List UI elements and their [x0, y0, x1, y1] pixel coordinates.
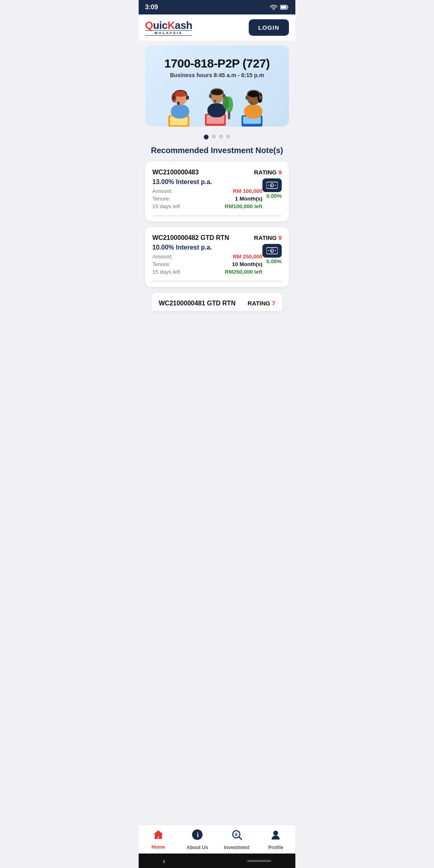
carousel-dots	[139, 130, 295, 143]
card-header-2: WC2100000482 GTD RTN RATING 9	[152, 234, 282, 242]
banner-hours: Business hours 8:45 a.m - 6:15 p.m	[153, 72, 281, 78]
logo-text: QuicKash	[145, 19, 192, 32]
card-rating-3: RATING 7	[248, 300, 275, 307]
nav-home[interactable]: Home	[144, 829, 172, 850]
card-interest-2: 10.00% Interest p.a.	[152, 244, 262, 251]
battery-icon	[280, 5, 289, 10]
investment-card-3-partial[interactable]: WC2100000481 GTD RTN RATING 7	[151, 293, 283, 311]
status-time: 3:09	[145, 4, 158, 11]
svg-rect-19	[214, 100, 216, 103]
partial-card-container: WC2100000481 GTD RTN RATING 7	[139, 287, 295, 311]
profile-icon	[270, 829, 281, 843]
login-button[interactable]: LOGIN	[249, 19, 289, 36]
card-header-1: WC2100000483 RATING 9	[152, 169, 282, 176]
svg-rect-10	[186, 96, 189, 100]
nav-investment[interactable]: $ Investment	[223, 829, 251, 850]
svg-text:$: $	[271, 184, 272, 188]
card-rating-1: RATING 9	[254, 169, 282, 176]
nav-home-label: Home	[151, 844, 165, 850]
agent-3-icon	[237, 86, 271, 127]
card-id-3: WC2100000481 GTD RTN	[159, 300, 235, 307]
banner-section: 1700-818-P2P (727) Business hours 8:45 a…	[139, 41, 295, 130]
svg-rect-5	[171, 104, 189, 119]
svg-rect-2	[281, 6, 287, 9]
agent-2-icon	[200, 82, 234, 127]
svg-rect-11	[177, 102, 180, 105]
card-id-2: WC2100000482 GTD RTN	[152, 234, 229, 242]
home-icon	[153, 829, 164, 843]
card-amount-row-2: Amount: RM 250,000	[152, 254, 262, 260]
wifi-icon	[270, 4, 278, 10]
dot-1[interactable]	[204, 135, 209, 139]
svg-text:i: i	[197, 831, 199, 838]
money-icon-2[interactable]: $	[262, 244, 282, 258]
card-interest-1: 13.00% Interest p.a.	[152, 178, 262, 186]
card-id-1: WC2100000483	[152, 169, 199, 176]
svg-point-0	[273, 9, 274, 10]
status-icons	[270, 4, 289, 10]
investment-card-1[interactable]: WC2100000483 RATING 9 13.00% Interest p.…	[145, 162, 289, 221]
svg-text:$: $	[235, 833, 237, 837]
svg-rect-29	[246, 96, 248, 100]
progress-bar-1	[152, 215, 282, 217]
money-icon-1[interactable]: $	[262, 178, 282, 192]
banner-card: 1700-818-P2P (727) Business hours 8:45 a…	[145, 45, 289, 127]
card-header-3: WC2100000481 GTD RTN RATING 7	[159, 300, 275, 307]
card-amount-row-1: Amount: RM 100,000	[152, 188, 262, 194]
agents-scene	[153, 78, 281, 127]
system-nav-bar: ‹	[139, 854, 295, 868]
banner-phone: 1700-818-P2P (727)	[153, 57, 281, 70]
search-dollar-icon: $	[231, 829, 242, 843]
agent-1-icon	[164, 86, 198, 127]
card-tenure-row-1: Tenure: 1 Month(s)	[152, 196, 262, 202]
nav-profile[interactable]: Profile	[262, 829, 290, 850]
svg-point-21	[223, 96, 229, 109]
progress-bar-2	[152, 280, 282, 282]
card-rating-2: RATING 9	[254, 234, 282, 241]
svg-line-47	[239, 837, 242, 839]
investment-cards: WC2100000483 RATING 9 13.00% Interest p.…	[139, 162, 295, 287]
card-pct-2: 0.00%	[266, 258, 282, 264]
dot-2[interactable]	[212, 135, 216, 139]
home-indicator[interactable]	[247, 860, 271, 862]
card-pct-1: 0.00%	[266, 193, 282, 199]
status-bar: 3:09	[139, 0, 295, 14]
dollar-lines-icon-2: $	[266, 247, 278, 255]
card-days-row-1: 15 days left RM100,000 left	[152, 203, 262, 209]
logo: QuicKash MALAYSIA	[145, 19, 192, 36]
header: QuicKash MALAYSIA LOGIN	[139, 14, 295, 41]
dollar-lines-icon: $	[266, 181, 278, 189]
bottom-nav: Home i About Us $ Investment	[139, 825, 295, 854]
svg-rect-25	[244, 104, 262, 119]
svg-rect-9	[172, 96, 175, 100]
investment-card-2[interactable]: WC2100000482 GTD RTN RATING 9 10.00% Int…	[145, 227, 289, 287]
nav-about[interactable]: i About Us	[183, 829, 211, 850]
back-button[interactable]: ‹	[163, 856, 166, 866]
nav-about-label: About Us	[187, 845, 208, 850]
dot-3[interactable]	[219, 135, 223, 139]
svg-rect-30	[259, 96, 262, 100]
svg-rect-31	[250, 102, 253, 105]
svg-rect-17	[209, 94, 212, 98]
section-title: Recommended Investment Note(s)	[139, 143, 295, 162]
card-days-row-2: 15 days left RM250,000 left	[152, 269, 262, 275]
svg-text:$: $	[271, 250, 272, 253]
svg-rect-22	[228, 111, 230, 119]
svg-point-48	[273, 831, 278, 835]
nav-profile-label: Profile	[268, 845, 283, 850]
dot-4[interactable]	[226, 135, 230, 139]
info-icon: i	[192, 829, 203, 843]
card-tenure-row-2: Tenure: 10 Month(s)	[152, 261, 262, 267]
nav-investment-label: Investment	[224, 845, 249, 850]
